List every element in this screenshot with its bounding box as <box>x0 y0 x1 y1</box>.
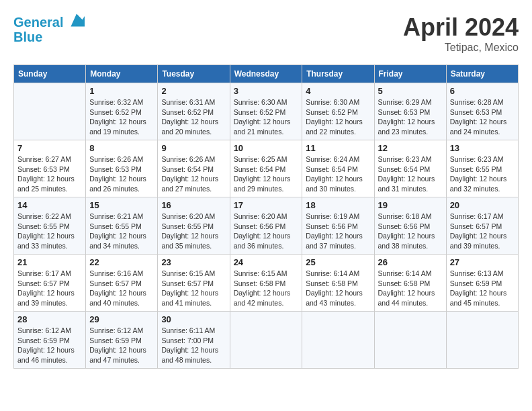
weekday-header: Saturday <box>446 65 518 83</box>
calendar-cell: 5Sunrise: 6:29 AMSunset: 6:53 PMDaylight… <box>374 83 446 140</box>
day-detail: Sunrise: 6:21 AMSunset: 6:55 PMDaylight:… <box>89 212 154 251</box>
day-number: 19 <box>378 200 443 210</box>
location-text: Tetipac, Mexico <box>403 42 519 54</box>
day-number: 21 <box>17 257 82 267</box>
day-number: 9 <box>161 143 226 153</box>
calendar-cell <box>446 312 518 369</box>
day-detail: Sunrise: 6:25 AMSunset: 6:54 PMDaylight:… <box>234 154 299 194</box>
calendar-cell: 11Sunrise: 6:24 AMSunset: 6:54 PMDayligh… <box>302 140 374 197</box>
day-number: 27 <box>450 257 515 267</box>
day-detail: Sunrise: 6:29 AMSunset: 6:53 PMDaylight:… <box>378 97 443 137</box>
day-number: 15 <box>89 200 154 210</box>
weekday-header: Tuesday <box>158 65 230 83</box>
day-detail: Sunrise: 6:17 AMSunset: 6:57 PMDaylight:… <box>17 269 82 308</box>
calendar-table: SundayMondayTuesdayWednesdayThursdayFrid… <box>13 64 519 369</box>
day-number: 8 <box>89 143 154 153</box>
calendar-cell: 1Sunrise: 6:32 AMSunset: 6:52 PMDaylight… <box>86 83 158 140</box>
calendar-cell: 20Sunrise: 6:17 AMSunset: 6:57 PMDayligh… <box>446 197 518 255</box>
calendar-cell: 24Sunrise: 6:15 AMSunset: 6:58 PMDayligh… <box>230 255 302 312</box>
svg-marker-0 <box>71 14 85 27</box>
day-detail: Sunrise: 6:14 AMSunset: 6:58 PMDaylight:… <box>306 269 370 308</box>
day-number: 2 <box>161 86 226 96</box>
day-detail: Sunrise: 6:20 AMSunset: 6:55 PMDaylight:… <box>161 212 226 251</box>
weekday-header: Thursday <box>302 65 374 83</box>
day-number: 7 <box>17 143 82 153</box>
day-detail: Sunrise: 6:31 AMSunset: 6:52 PMDaylight:… <box>161 97 226 137</box>
day-detail: Sunrise: 6:24 AMSunset: 6:54 PMDaylight:… <box>306 154 370 194</box>
calendar-cell <box>230 312 302 369</box>
day-number: 25 <box>306 257 370 267</box>
calendar-cell: 25Sunrise: 6:14 AMSunset: 6:58 PMDayligh… <box>302 255 374 312</box>
calendar-cell: 2Sunrise: 6:31 AMSunset: 6:52 PMDaylight… <box>158 83 230 140</box>
day-detail: Sunrise: 6:30 AMSunset: 6:52 PMDaylight:… <box>234 97 299 137</box>
calendar-week-row: 28Sunrise: 6:12 AMSunset: 6:59 PMDayligh… <box>14 312 519 369</box>
weekday-header: Monday <box>86 65 158 83</box>
calendar-cell: 3Sunrise: 6:30 AMSunset: 6:52 PMDaylight… <box>230 83 302 140</box>
day-number: 24 <box>234 257 299 267</box>
day-detail: Sunrise: 6:32 AMSunset: 6:52 PMDaylight:… <box>89 97 154 137</box>
day-detail: Sunrise: 6:14 AMSunset: 6:58 PMDaylight:… <box>378 269 443 308</box>
day-number: 23 <box>161 257 226 267</box>
day-detail: Sunrise: 6:19 AMSunset: 6:56 PMDaylight:… <box>306 212 370 251</box>
day-detail: Sunrise: 6:30 AMSunset: 6:52 PMDaylight:… <box>306 97 370 137</box>
calendar-cell: 21Sunrise: 6:17 AMSunset: 6:57 PMDayligh… <box>14 255 86 312</box>
calendar-cell: 4Sunrise: 6:30 AMSunset: 6:52 PMDaylight… <box>302 83 374 140</box>
day-number: 13 <box>450 143 515 153</box>
calendar-cell <box>14 83 86 140</box>
weekday-header: Wednesday <box>230 65 302 83</box>
calendar-cell: 16Sunrise: 6:20 AMSunset: 6:55 PMDayligh… <box>158 197 230 255</box>
day-number: 3 <box>234 86 299 96</box>
day-detail: Sunrise: 6:11 AMSunset: 7:00 PMDaylight:… <box>161 326 226 365</box>
calendar-cell: 14Sunrise: 6:22 AMSunset: 6:55 PMDayligh… <box>14 197 86 255</box>
calendar-cell: 23Sunrise: 6:15 AMSunset: 6:57 PMDayligh… <box>158 255 230 312</box>
logo-subtext: Blue <box>13 30 83 44</box>
calendar-cell: 9Sunrise: 6:26 AMSunset: 6:54 PMDaylight… <box>158 140 230 197</box>
calendar-cell: 12Sunrise: 6:23 AMSunset: 6:54 PMDayligh… <box>374 140 446 197</box>
calendar-cell: 7Sunrise: 6:27 AMSunset: 6:53 PMDaylight… <box>14 140 86 197</box>
calendar-header: SundayMondayTuesdayWednesdayThursdayFrid… <box>14 65 519 83</box>
day-detail: Sunrise: 6:12 AMSunset: 6:59 PMDaylight:… <box>17 326 82 365</box>
calendar-cell: 17Sunrise: 6:20 AMSunset: 6:56 PMDayligh… <box>230 197 302 255</box>
day-detail: Sunrise: 6:23 AMSunset: 6:55 PMDaylight:… <box>450 154 515 194</box>
day-number: 4 <box>306 86 370 96</box>
calendar-cell <box>302 312 374 369</box>
calendar-week-row: 7Sunrise: 6:27 AMSunset: 6:53 PMDaylight… <box>14 140 519 197</box>
day-number: 10 <box>234 143 299 153</box>
day-number: 30 <box>161 314 226 324</box>
day-number: 14 <box>17 200 82 210</box>
calendar-cell: 27Sunrise: 6:13 AMSunset: 6:59 PMDayligh… <box>446 255 518 312</box>
day-detail: Sunrise: 6:15 AMSunset: 6:57 PMDaylight:… <box>161 269 226 308</box>
day-number: 20 <box>450 200 515 210</box>
day-detail: Sunrise: 6:27 AMSunset: 6:53 PMDaylight:… <box>17 154 82 194</box>
day-detail: Sunrise: 6:22 AMSunset: 6:55 PMDaylight:… <box>17 212 82 251</box>
day-number: 5 <box>378 86 443 96</box>
day-number: 18 <box>306 200 370 210</box>
calendar-cell: 8Sunrise: 6:26 AMSunset: 6:53 PMDaylight… <box>86 140 158 197</box>
day-number: 16 <box>161 200 226 210</box>
title-block: April 2024 Tetipac, Mexico <box>403 13 519 54</box>
day-number: 17 <box>234 200 299 210</box>
calendar-cell: 30Sunrise: 6:11 AMSunset: 7:00 PMDayligh… <box>158 312 230 369</box>
day-detail: Sunrise: 6:15 AMSunset: 6:58 PMDaylight:… <box>234 269 299 308</box>
calendar-cell <box>374 312 446 369</box>
day-detail: Sunrise: 6:17 AMSunset: 6:57 PMDaylight:… <box>450 212 515 251</box>
calendar-week-row: 14Sunrise: 6:22 AMSunset: 6:55 PMDayligh… <box>14 197 519 255</box>
day-number: 11 <box>306 143 370 153</box>
day-detail: Sunrise: 6:13 AMSunset: 6:59 PMDaylight:… <box>450 269 515 308</box>
calendar-body: 1Sunrise: 6:32 AMSunset: 6:52 PMDaylight… <box>14 83 519 369</box>
calendar-cell: 18Sunrise: 6:19 AMSunset: 6:56 PMDayligh… <box>302 197 374 255</box>
page-header: General Blue April 2024 Tetipac, Mexico <box>13 13 519 54</box>
day-detail: Sunrise: 6:26 AMSunset: 6:53 PMDaylight:… <box>89 154 154 194</box>
day-detail: Sunrise: 6:20 AMSunset: 6:56 PMDaylight:… <box>234 212 299 251</box>
calendar-cell: 19Sunrise: 6:18 AMSunset: 6:56 PMDayligh… <box>374 197 446 255</box>
calendar-cell: 28Sunrise: 6:12 AMSunset: 6:59 PMDayligh… <box>14 312 86 369</box>
weekday-header: Friday <box>374 65 446 83</box>
day-detail: Sunrise: 6:23 AMSunset: 6:54 PMDaylight:… <box>378 154 443 194</box>
calendar-week-row: 21Sunrise: 6:17 AMSunset: 6:57 PMDayligh… <box>14 255 519 312</box>
logo-text: General <box>13 13 83 30</box>
header-row: SundayMondayTuesdayWednesdayThursdayFrid… <box>14 65 519 83</box>
day-detail: Sunrise: 6:28 AMSunset: 6:53 PMDaylight:… <box>450 97 515 137</box>
calendar-cell: 6Sunrise: 6:28 AMSunset: 6:53 PMDaylight… <box>446 83 518 140</box>
day-detail: Sunrise: 6:12 AMSunset: 6:59 PMDaylight:… <box>89 326 154 365</box>
logo: General Blue <box>13 13 83 44</box>
